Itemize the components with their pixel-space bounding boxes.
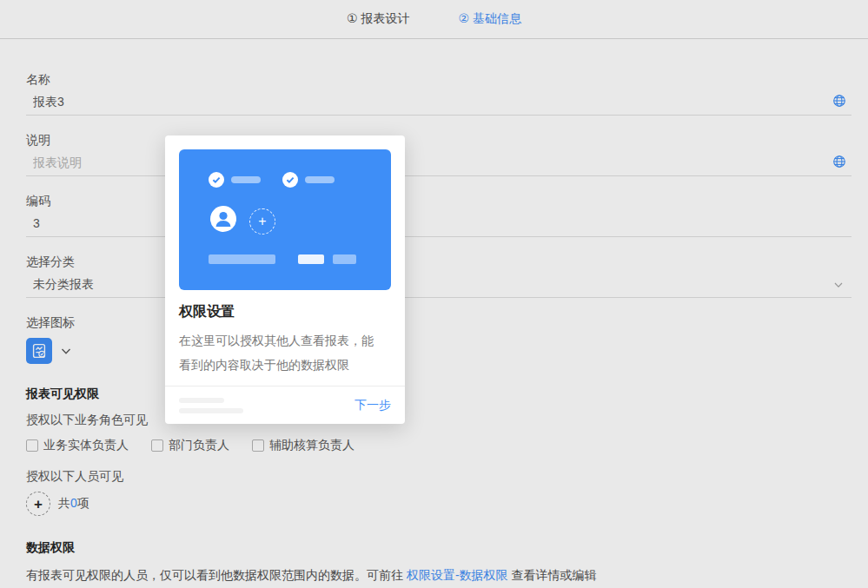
tour-footer: 下一步 [165,386,405,424]
check-circle-icon [209,172,224,188]
tour-description: 在这里可以授权其他人查看报表，能 看到的内容取决于他的数据权限 [179,328,391,377]
illustration-check-row [209,172,335,188]
plus-icon: + [249,208,275,235]
placeholder-bar [333,254,356,264]
placeholder-bar [231,176,261,183]
placeholder-bar [209,254,275,264]
avatar-icon [210,206,236,232]
tour-title: 权限设置 [179,302,391,321]
placeholder-bar [298,254,324,264]
placeholder-bar [305,176,335,183]
next-step-button[interactable]: 下一步 [354,398,391,413]
check-circle-icon [282,172,298,188]
tour-popup: + 权限设置 在这里可以授权其他人查看报表，能 看到的内容取决于他的数据权限 下… [165,135,405,424]
tour-illustration: + [179,149,391,290]
page: ① 报表设计 ② 基础信息 名称 说明 [0,0,868,588]
plus-glyph: + [258,215,266,228]
watermark-bars [179,398,243,413]
tour-overlay-mask [0,0,868,588]
